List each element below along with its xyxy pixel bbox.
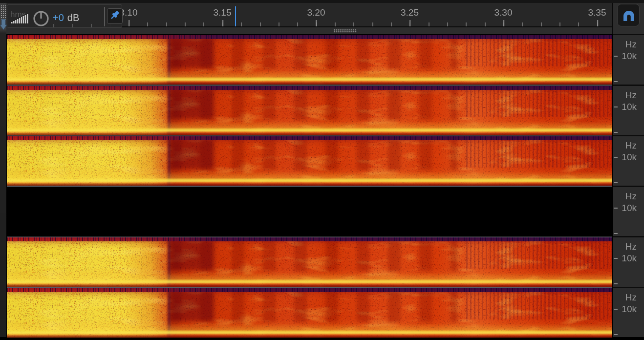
gain-unit: dB bbox=[67, 12, 79, 23]
top-bar: 3.10 3.15 3.20 3.25 3.30 3.35 hms bbox=[0, 0, 644, 34]
freq-tick-mark bbox=[614, 132, 618, 133]
freq-tick-label: 10k bbox=[615, 203, 637, 213]
hud-divider bbox=[104, 7, 105, 26]
spectrogram-image bbox=[7, 288, 612, 338]
freq-tick-label: 10k bbox=[615, 304, 637, 315]
audio-editor-window: Hz 10k Hz 10k Hz 10k Hz 10k Hz 10k Hz 10… bbox=[0, 0, 644, 340]
freq-tick-mark bbox=[614, 182, 618, 183]
panel-resize-handle[interactable] bbox=[334, 29, 357, 33]
gain-knob-icon[interactable] bbox=[33, 10, 49, 27]
spectrogram-view[interactable] bbox=[7, 35, 612, 338]
playhead[interactable] bbox=[235, 6, 236, 26]
panel-divider bbox=[613, 135, 644, 136]
freq-tick-label: 10k bbox=[615, 152, 637, 163]
spectrogram-image bbox=[7, 35, 612, 85]
freq-tick-mark bbox=[614, 283, 618, 284]
gain-amount[interactable]: +0 bbox=[53, 12, 64, 23]
freq-unit-label: Hz bbox=[617, 140, 637, 151]
ruler-time-label: 3.15 bbox=[214, 7, 232, 18]
freq-unit-label: Hz bbox=[617, 191, 637, 202]
freq-tick-mark bbox=[614, 106, 618, 107]
spectrogram-silence bbox=[7, 187, 612, 236]
freq-tick-label: 10k bbox=[615, 102, 637, 112]
spectrogram-channel-1[interactable] bbox=[7, 35, 612, 85]
level-meter-icon[interactable] bbox=[11, 14, 30, 23]
ruler-time-label: 3.35 bbox=[588, 7, 606, 18]
spectrogram-channel-5[interactable] bbox=[7, 237, 612, 287]
freq-unit-label: Hz bbox=[617, 39, 637, 50]
ruler-edge-divider bbox=[612, 3, 613, 34]
ruler-ticks-showthrough bbox=[51, 24, 92, 27]
ruler-time-label: 3.30 bbox=[494, 7, 513, 18]
panel-divider bbox=[613, 236, 644, 237]
frequency-ruler-channel-5[interactable]: Hz 10k bbox=[613, 237, 644, 286]
spectrogram-image bbox=[7, 86, 612, 135]
panel-divider bbox=[613, 287, 644, 288]
gain-value[interactable]: +0dB bbox=[53, 12, 79, 23]
freq-unit-label: Hz bbox=[617, 292, 637, 303]
spectrogram-channel-2[interactable] bbox=[7, 86, 612, 135]
freq-tick-mark bbox=[614, 233, 618, 234]
freq-tick-mark bbox=[614, 309, 618, 310]
pin-hud-button[interactable] bbox=[107, 8, 123, 24]
gain-hud: hms +0dB bbox=[7, 4, 122, 28]
freq-tick-mark bbox=[614, 157, 618, 158]
freq-tick-mark bbox=[614, 81, 618, 82]
left-rail bbox=[0, 3, 6, 337]
panel-divider bbox=[613, 186, 644, 187]
spectrogram-channel-3[interactable] bbox=[7, 136, 612, 186]
freq-unit-label: Hz bbox=[617, 241, 637, 252]
spectrogram-image bbox=[7, 237, 612, 287]
pin-icon bbox=[107, 9, 122, 23]
ruler-time-label: 3.25 bbox=[401, 7, 419, 18]
freq-tick-mark bbox=[614, 334, 618, 335]
frequency-ruler-channel-3[interactable]: Hz 10k bbox=[613, 136, 644, 185]
headphones-icon bbox=[622, 9, 636, 22]
ruler-time-label: 3.20 bbox=[307, 7, 325, 18]
freq-tick-label: 10k bbox=[615, 51, 637, 62]
freq-tick-mark bbox=[614, 208, 618, 209]
frequency-ruler-channel-2[interactable]: Hz 10k bbox=[613, 86, 644, 135]
collapse-arrow-icon[interactable] bbox=[0, 19, 7, 31]
freq-unit-label: Hz bbox=[617, 90, 637, 101]
panel-divider bbox=[613, 85, 644, 86]
frequency-ruler-channel-6[interactable]: Hz 10k bbox=[613, 288, 644, 337]
spectrogram-image bbox=[7, 136, 612, 186]
freq-tick-mark bbox=[614, 56, 618, 57]
spectrogram-channel-6[interactable] bbox=[7, 288, 612, 338]
headphone-monitor-button[interactable] bbox=[617, 4, 640, 26]
frequency-ruler-channel-1[interactable]: Hz 10k bbox=[613, 35, 644, 84]
freq-tick-label: 10k bbox=[615, 253, 637, 264]
frequency-ruler-channel-4[interactable]: Hz 10k bbox=[613, 187, 644, 236]
spectrogram-channel-4-silent[interactable] bbox=[7, 187, 612, 236]
freq-tick-mark bbox=[614, 258, 618, 259]
